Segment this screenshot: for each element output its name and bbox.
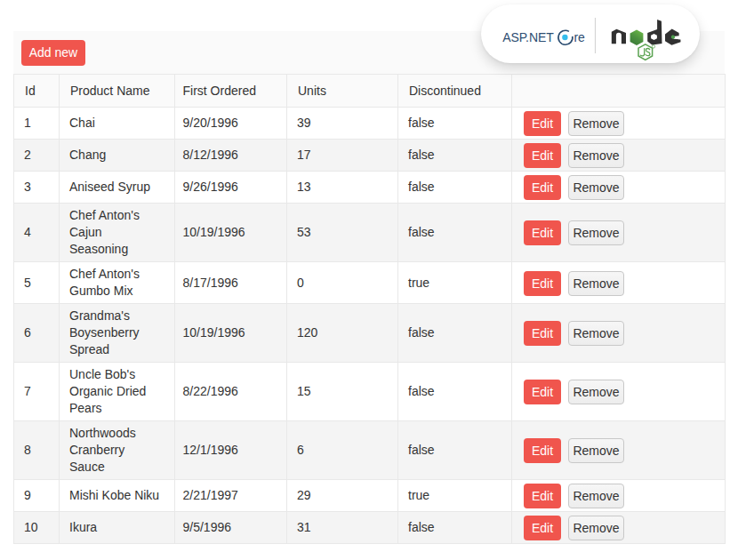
svg-text:re: re xyxy=(574,30,585,44)
svg-text:ASP.NET: ASP.NET xyxy=(502,30,554,44)
